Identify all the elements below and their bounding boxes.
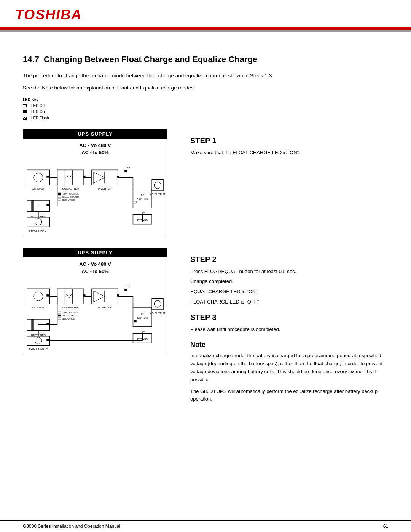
- svg-rect-104: [47, 339, 49, 341]
- svg-rect-51: [83, 176, 85, 177]
- svg-point-33: [35, 218, 42, 225]
- intro-paragraph-1: The procedure to change the recharge mod…: [23, 72, 388, 80]
- svg-text:AC: AC: [141, 313, 145, 315]
- svg-text:DISCHARGE: DISCHARGE: [61, 317, 75, 320]
- svg-text:AC INPUT: AC INPUT: [32, 187, 45, 190]
- svg-text:AC OUTPUT: AC OUTPUT: [150, 312, 166, 315]
- svg-rect-11: [58, 198, 61, 200]
- svg-rect-3: [57, 170, 84, 185]
- svg-text:EQUAL CHARGE: EQUAL CHARGE: [61, 314, 79, 316]
- svg-text:BYPASS INPUT: BYPASS INPUT: [29, 348, 48, 351]
- svg-rect-50: [47, 176, 49, 177]
- step1-text: Make sure that the FLOAT CHARGE LED is “…: [190, 149, 388, 157]
- svg-text:AC INPUT: AC INPUT: [32, 306, 45, 309]
- step1-heading: STEP 1: [190, 136, 388, 145]
- svg-rect-103: [117, 294, 119, 296]
- gray-bar: [0, 30, 411, 32]
- svg-point-30: [154, 182, 161, 189]
- page-footer: G8000 Series Installation and Operation …: [0, 520, 411, 532]
- svg-point-83: [154, 300, 161, 307]
- page-header: TOSHIBA: [0, 0, 411, 28]
- step3-text: Please wait until procedure is completed…: [190, 326, 388, 334]
- svg-text:AC OUTPUT: AC OUTPUT: [150, 193, 166, 196]
- intro-paragraph-2: See the Note below for an explanation of…: [23, 84, 388, 92]
- step1-svg: AC INPUT CONVERTER FLOAT CHARGE EQUAL CH…: [23, 158, 167, 235]
- step2-row: UPS SUPPLY AC - Vo 480 V AC - Io 50% AC …: [23, 248, 388, 407]
- section-title: 14.7 Changing Between Float Charge and E…: [23, 54, 388, 64]
- svg-rect-29: [152, 179, 163, 191]
- svg-marker-14: [93, 172, 105, 183]
- svg-text:SWITCH: SWITCH: [137, 197, 148, 200]
- svg-point-54: [34, 292, 43, 301]
- svg-rect-53: [27, 289, 50, 304]
- svg-text:BYPASS INPUT: BYPASS INPUT: [29, 229, 48, 232]
- svg-text:INVERTER: INVERTER: [98, 187, 111, 190]
- step2-supply-info: AC - Vo 480 V AC - Io 50%: [23, 257, 167, 277]
- step1-diagram-col: UPS SUPPLY AC - Vo 480 V AC - Io 50% AC …: [23, 129, 175, 236]
- footer-page-number: 61: [383, 524, 388, 529]
- svg-rect-0: [27, 170, 50, 185]
- led-off-row: - LED Off: [23, 103, 388, 109]
- step1-text-col: STEP 1 Make sure that the FLOAT CHARGE L…: [190, 129, 388, 159]
- svg-text:EQUAL CHARGE: EQUAL CHARGE: [61, 195, 79, 198]
- toshiba-logo: TOSHIBA: [15, 7, 396, 23]
- step3-heading: STEP 3: [190, 313, 388, 322]
- svg-rect-56: [57, 289, 84, 304]
- step1-ups-header: UPS SUPPLY: [23, 129, 167, 139]
- svg-rect-7: [58, 193, 61, 195]
- svg-text:FLOAT CHARGE: FLOAT CHARGE: [61, 193, 79, 195]
- led-on-icon: [23, 110, 27, 113]
- svg-text:DISCHARGE: DISCHARGE: [61, 198, 75, 201]
- svg-text:UPS: UPS: [125, 167, 131, 169]
- svg-text:FLOAT CHARGE: FLOAT CHARGE: [61, 312, 79, 314]
- svg-text:SWITCH: SWITCH: [137, 316, 148, 319]
- step2-diagram-col: UPS SUPPLY AC - Vo 480 V AC - Io 50% AC …: [23, 248, 175, 355]
- led-on-row: - LED On: [23, 109, 388, 115]
- svg-rect-52: [117, 176, 119, 177]
- svg-rect-82: [152, 298, 163, 310]
- note-text-1: In equalize charge mode, the battery is …: [190, 352, 388, 383]
- step2-text-2: Change completed.: [190, 278, 388, 286]
- svg-rect-9: [58, 196, 61, 198]
- step2-text-4: FLOAT CHARGE LED is “OFF”: [190, 298, 388, 306]
- note-text-2: The G8000 UPS will automatically perform…: [190, 388, 388, 404]
- led-flash-icon: [23, 117, 27, 120]
- footer-manual-name: G8000 Series Installation and Operation …: [23, 524, 120, 529]
- step1-diagram: UPS SUPPLY AC - Vo 480 V AC - Io 50% AC …: [23, 129, 167, 236]
- svg-rect-71: [125, 289, 127, 291]
- step2-ups-header: UPS SUPPLY: [23, 248, 167, 257]
- svg-rect-102: [83, 294, 85, 296]
- step2-diagram: UPS SUPPLY AC - Vo 480 V AC - Io 50% AC …: [23, 248, 167, 355]
- svg-text:AC: AC: [141, 194, 145, 197]
- svg-text:INVERTER: INVERTER: [98, 306, 111, 309]
- step1-supply-info: AC - Vo 480 V AC - Io 50%: [23, 139, 167, 158]
- svg-text:CONVERTER: CONVERTER: [62, 306, 79, 309]
- svg-marker-67: [93, 291, 105, 302]
- step2-svg: AC INPUT CONVERTER FLOAT CHARGE EQUAL CH…: [23, 277, 167, 353]
- svg-rect-62: [58, 315, 61, 316]
- svg-rect-60: [58, 312, 61, 313]
- step2-text-col: STEP 2 Press FLOAT/EQUAL button for at l…: [190, 248, 388, 407]
- svg-text:UPS: UPS: [125, 286, 131, 288]
- svg-rect-101: [47, 294, 49, 296]
- steps-container: UPS SUPPLY AC - Vo 480 V AC - Io 50% AC …: [23, 129, 388, 407]
- step1-row: UPS SUPPLY AC - Vo 480 V AC - Io 50% AC …: [23, 129, 388, 236]
- main-content: 14.7 Changing Between Float Charge and E…: [0, 43, 411, 422]
- svg-text:CONVERTER: CONVERTER: [62, 187, 79, 190]
- note-section: Note In equalize charge mode, the batter…: [190, 341, 388, 403]
- svg-rect-28: [134, 201, 136, 203]
- svg-rect-81: [134, 320, 136, 322]
- led-key-title: LED Key: [23, 97, 388, 103]
- step2-text-3: EQUAL CHARGE LED is “ON”.: [190, 288, 388, 296]
- step2-text-1: Press FLOAT/EQUAL button for at least 0.…: [190, 268, 388, 276]
- svg-point-1: [34, 173, 43, 182]
- led-off-icon: [23, 104, 27, 107]
- led-flash-row: - LED Flash: [23, 115, 388, 121]
- note-heading: Note: [190, 341, 388, 349]
- step2-heading: STEP 2: [190, 255, 388, 264]
- svg-rect-18: [125, 170, 127, 172]
- led-key: LED Key - LED Off - LED On - LED Flash: [23, 97, 388, 121]
- svg-rect-64: [58, 317, 61, 319]
- svg-point-86: [35, 337, 42, 344]
